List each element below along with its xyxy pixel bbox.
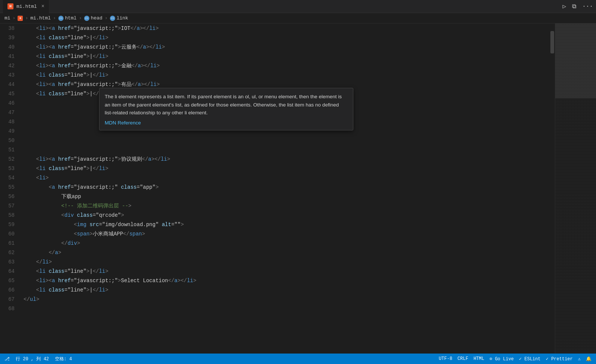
code-line: 41 <li class="line">|</li> (0, 52, 555, 61)
line-content[interactable]: <li><a href="javascript:;">Select Locati… (21, 278, 555, 284)
line-number: 55 (0, 184, 21, 190)
line-number: 43 (0, 72, 21, 78)
status-col: , (31, 357, 36, 362)
status-line-ending[interactable]: CRLF (458, 356, 468, 361)
line-content[interactable]: </div> (21, 240, 555, 246)
editor-container: 38 <li><a href="javascript:;">IOT</a></l… (0, 24, 596, 354)
breadcrumb-link-label: link (117, 15, 128, 21)
scrollbar[interactable] (550, 24, 555, 354)
line-content[interactable]: <li> (21, 175, 555, 181)
line-content[interactable]: <div class="qrcode"> (21, 212, 555, 218)
status-encoding[interactable]: UTF-8 (439, 356, 452, 361)
line-number: 49 (0, 128, 21, 134)
code-line: 64 <li class="line">|</li> (0, 266, 555, 276)
minimap (555, 24, 596, 354)
link-tag-icon: <> (110, 16, 115, 21)
window-controls: ▷ ⧉ ··· (563, 3, 593, 10)
breadcrumb-html-icon-item[interactable]: H (18, 16, 23, 21)
line-number: 56 (0, 194, 21, 200)
status-go-live[interactable]: ⊙ Go Live (489, 356, 514, 362)
line-number: 66 (0, 287, 21, 293)
line-number: 60 (0, 231, 21, 237)
code-line: 56 下载app (0, 192, 555, 201)
line-number: 50 (0, 138, 21, 144)
status-spaces[interactable]: 空格: 4 (55, 356, 72, 362)
split-editor-icon[interactable]: ⧉ (572, 3, 576, 10)
breadcrumb-sep-1: › (13, 15, 16, 21)
file-type-icon: H (7, 3, 13, 9)
status-bar: ⎇ 行 20 , 列 42 空格: 4 UTF-8 CRLF HTML ⊙ Go… (0, 354, 596, 364)
status-notification-icon[interactable]: ⚠ (578, 356, 581, 362)
run-icon[interactable]: ▷ (563, 3, 566, 10)
breadcrumb-html[interactable]: <> html (58, 15, 77, 21)
status-branch-icon[interactable]: ⎇ (4, 356, 10, 362)
code-line: 57 <!-- 添加二维码弹出层 --> (0, 201, 555, 210)
line-content[interactable]: <li class="line">|</li> (21, 72, 555, 78)
line-number: 47 (0, 109, 21, 115)
line-content[interactable]: <li><a href="javascript:;">云服务</a></li> (21, 44, 555, 50)
line-number: 38 (0, 25, 21, 31)
status-eslint[interactable]: ✓ ESLint (519, 356, 541, 362)
line-content[interactable]: <li class="line">|</li> (21, 166, 555, 172)
line-number: 46 (0, 100, 21, 106)
line-content[interactable] (21, 306, 555, 312)
status-line-col[interactable]: 行 20 , 列 42 (16, 356, 49, 362)
status-col-val: 列 42 (36, 357, 49, 362)
scrollbar-thumb[interactable] (550, 31, 554, 53)
minimap-viewport (555, 24, 596, 98)
line-content[interactable]: <li><a href="javascript:;">金融</a></li> (21, 62, 555, 69)
line-content[interactable]: <li><a href="javascript:;">协议规则</a></li> (21, 156, 555, 163)
tab-close-button[interactable]: × (42, 3, 44, 9)
line-content[interactable]: <a href="javascript:;" class="app"> (21, 184, 555, 190)
tooltip-description: The li element represents a list item. I… (105, 93, 348, 117)
line-content[interactable] (21, 147, 555, 153)
code-line: 59 <img src="img/download.png" alt=""> (0, 220, 555, 229)
code-line: 38 <li><a href="javascript:;">IOT</a></l… (0, 24, 555, 33)
line-number: 51 (0, 147, 21, 153)
line-content[interactable]: 下载app (21, 193, 555, 200)
line-content[interactable]: <li><a href="javascript:;">IOT</a></li> (21, 25, 555, 31)
code-line: 53 <li class="line">|</li> (0, 164, 555, 173)
line-content[interactable]: <li class="line">|</li> (21, 35, 555, 41)
editor-tab[interactable]: H mi.html × (3, 0, 49, 13)
more-actions-icon[interactable]: ··· (582, 3, 593, 10)
status-prettier[interactable]: ✓ Prettier (546, 356, 573, 362)
status-bell-icon[interactable]: 🔔 (586, 356, 592, 362)
status-language[interactable]: HTML (473, 356, 484, 361)
line-content[interactable] (21, 138, 555, 144)
code-line: 66 <li class="line">|</li> (0, 285, 555, 294)
line-number: 53 (0, 166, 21, 172)
breadcrumb-link[interactable]: <> link (110, 15, 128, 21)
tooltip-mdn-link[interactable]: MDN Reference (105, 120, 348, 126)
code-line: 61 </div> (0, 238, 555, 248)
line-number: 64 (0, 268, 21, 274)
code-line: 63 </li> (0, 257, 555, 266)
line-content[interactable]: </li> (21, 259, 555, 265)
breadcrumb-mihtml-label: mi.html (30, 15, 51, 21)
breadcrumb-mi[interactable]: mi (4, 15, 10, 21)
line-number: 58 (0, 212, 21, 218)
line-number: 62 (0, 250, 21, 256)
line-number: 48 (0, 119, 21, 125)
line-content[interactable]: <li class="line">|</li> (21, 53, 555, 59)
line-content[interactable]: <li class="line">|</li> (21, 287, 555, 293)
line-number: 63 (0, 259, 21, 265)
line-content[interactable]: </ul> (21, 296, 555, 302)
status-bar-right: UTF-8 CRLF HTML ⊙ Go Live ✓ ESLint ✓ Pre… (439, 356, 592, 362)
breadcrumb-mihtml[interactable]: mi.html (30, 15, 51, 21)
code-line: 55 <a href="javascript:;" class="app"> (0, 182, 555, 192)
line-content[interactable]: <img src="img/download.png" alt=""> (21, 222, 555, 228)
code-line: 58 <div class="qrcode"> (0, 210, 555, 220)
line-content[interactable]: <!-- 添加二维码弹出层 --> (21, 203, 555, 209)
line-content[interactable]: <span>小米商城APP</span> (21, 231, 555, 237)
line-content[interactable]: <li><a href="javascript:;">有品</a></li> (21, 81, 555, 88)
breadcrumb-head[interactable]: <> head (84, 15, 102, 21)
status-line: 行 20 (16, 357, 28, 362)
code-line: 51 (0, 145, 555, 154)
code-area[interactable]: 38 <li><a href="javascript:;">IOT</a></l… (0, 24, 555, 354)
line-content[interactable]: <li class="line">|</li> (21, 268, 555, 274)
html-tag-icon: <> (58, 16, 64, 21)
code-line: 65 <li><a href="javascript:;">Select Loc… (0, 276, 555, 285)
line-content[interactable]: </a> (21, 250, 555, 256)
line-number: 45 (0, 91, 21, 97)
